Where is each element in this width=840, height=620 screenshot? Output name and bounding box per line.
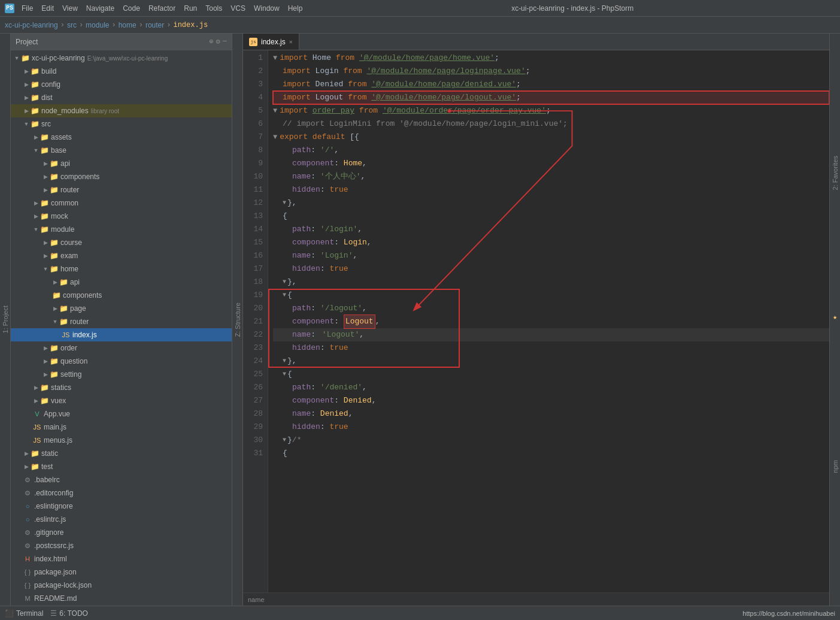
panel-label-structure[interactable]: Z: Structure: [232, 34, 243, 606]
json-icon: { }: [23, 568, 32, 576]
tree-item-package-lock[interactable]: { } package-lock.json: [11, 579, 232, 592]
tree-label: xc-ui-pc-leanring: [32, 54, 85, 62]
tree-item-build[interactable]: ▶ 📁 build: [11, 65, 232, 78]
breadcrumb-src[interactable]: src: [67, 21, 77, 29]
menu-refactor[interactable]: Refactor: [145, 3, 179, 14]
tree-item-assets[interactable]: ▶ 📁 assets: [11, 131, 232, 144]
tree-item-index-js[interactable]: JS index.js: [11, 328, 232, 341]
title-bar: PS File Edit View Navigate Code Refactor…: [0, 0, 840, 17]
tree-item-babelrc[interactable]: ⚙ .babelrc: [11, 473, 232, 486]
folder-icon: 📁: [40, 133, 49, 141]
tree-item-index-html[interactable]: H index.html: [11, 552, 232, 565]
tab-close-button[interactable]: ✕: [289, 38, 293, 46]
tree-item-menus-js[interactable]: JS menus.js: [11, 434, 232, 447]
breadcrumb-home[interactable]: home: [119, 21, 137, 29]
tree-item-home[interactable]: ▼ 📁 home: [11, 262, 232, 276]
favorites-label-container[interactable]: 2: Favorites: [832, 34, 839, 313]
main-area: 1: Project Project ⊕ ⚙ — ▼ 📁 xc-ui-pc-le…: [0, 34, 840, 606]
editor-tab-bar[interactable]: js index.js ✕: [243, 34, 829, 50]
minimize-icon[interactable]: —: [223, 37, 227, 46]
tree-item-test[interactable]: ▶ 📁 test: [11, 460, 232, 473]
right-panel[interactable]: 2: Favorites ★ npm: [829, 34, 840, 606]
tree-item-readme[interactable]: M README.md: [11, 592, 232, 605]
breadcrumb-router[interactable]: router: [145, 21, 164, 29]
menu-tools[interactable]: Tools: [202, 3, 226, 14]
js-icon: JS: [32, 436, 42, 444]
tree-item-vuex[interactable]: ▶ 📁 vuex: [11, 394, 232, 407]
panel-label-project[interactable]: 1: Project: [0, 34, 11, 606]
tree-item-common[interactable]: ▶ 📁 common: [11, 196, 232, 210]
tree-item-config[interactable]: ▶ 📁 config: [11, 78, 232, 91]
tree-item-eslintrc[interactable]: ○ .eslintrc.js: [11, 513, 232, 526]
code-line-1: ▼import Home from '@/module/home/page/ho…: [273, 52, 829, 65]
code-line-13: {: [273, 210, 829, 223]
npm-panel-label[interactable]: npm: [832, 460, 839, 473]
menu-run[interactable]: Run: [180, 3, 201, 14]
code-line-20: path: '/logout',: [273, 302, 829, 315]
window-title: xc-ui-pc-leanring - index.js - PhpStorm: [310, 4, 835, 13]
breadcrumb-module[interactable]: module: [86, 21, 109, 29]
todo-button[interactable]: ☰ 6: TODO: [50, 609, 88, 618]
menu-code[interactable]: Code: [119, 3, 144, 14]
breadcrumb-project[interactable]: xc-ui-pc-leanring: [5, 21, 58, 29]
tree-item-base-api[interactable]: ▶ 📁 api: [11, 157, 232, 170]
menu-help[interactable]: Help: [284, 3, 307, 14]
tree-item-setting[interactable]: ▶ 📁 setting: [11, 368, 232, 381]
project-panel-label[interactable]: 1: Project: [2, 306, 9, 333]
tree-item-base-components[interactable]: ▶ 📁 components: [11, 170, 232, 183]
tree-item-eslintignore[interactable]: ○ .eslintignore: [11, 500, 232, 513]
settings-icon[interactable]: ⚙: [216, 37, 220, 46]
tab-index-js[interactable]: js index.js ✕: [243, 34, 299, 50]
project-header-actions[interactable]: ⊕ ⚙ —: [209, 37, 227, 46]
tree-item-base-router[interactable]: ▶ 📁 router: [11, 183, 232, 196]
tree-item-node-modules[interactable]: ▶ 📁 node_modules library root: [11, 104, 232, 117]
menu-edit[interactable]: Edit: [38, 3, 57, 14]
menu-file[interactable]: File: [18, 3, 37, 14]
tree-item-package-json[interactable]: { } package.json: [11, 565, 232, 579]
status-url: https://blog.csdn.net/minihuabei: [742, 610, 835, 617]
code-line-26: path: '/denied',: [273, 381, 829, 394]
folder-icon: 📁: [40, 225, 49, 234]
tree-item-home-router[interactable]: ▼ 📁 router: [11, 315, 232, 328]
tree-item-home-page[interactable]: ▶ 📁 page: [11, 302, 232, 315]
terminal-button[interactable]: ⬛ Terminal: [5, 609, 43, 618]
npm-label-container[interactable]: npm: [832, 327, 839, 606]
tree-item-module[interactable]: ▼ 📁 module: [11, 223, 232, 236]
status-left[interactable]: ⬛ Terminal ☰ 6: TODO: [5, 609, 88, 618]
menu-bar[interactable]: File Edit View Navigate Code Refactor Ru…: [18, 3, 306, 14]
tree-item-main-js[interactable]: JS main.js: [11, 421, 232, 434]
tree-item-exam[interactable]: ▶ 📁 exam: [11, 249, 232, 262]
code-content[interactable]: 1 2 3 4 5 6 7 8 9 10 11 12 13 14 15 16 1…: [243, 50, 829, 592]
folder-icon: 📁: [30, 107, 40, 115]
tree-item-question[interactable]: ▶ 📁 question: [11, 355, 232, 368]
code-line-30: ▼}/*: [273, 434, 829, 447]
tree-item-statics[interactable]: ▶ 📁 statics: [11, 381, 232, 394]
folder-icon: 📁: [49, 186, 59, 194]
folder-icon: 📁: [59, 304, 68, 313]
tree-item-postcssrc[interactable]: ⚙ .postcssrc.js: [11, 539, 232, 552]
tree-item-mock[interactable]: ▶ 📁 mock: [11, 210, 232, 223]
tree-item-root[interactable]: ▼ 📁 xc-ui-pc-leanring E:\java_www\xc-ui-…: [11, 52, 232, 65]
menu-vcs[interactable]: VCS: [227, 3, 249, 14]
file-tree[interactable]: ▼ 📁 xc-ui-pc-leanring E:\java_www\xc-ui-…: [11, 50, 232, 606]
tree-item-order[interactable]: ▶ 📁 order: [11, 341, 232, 355]
favorites-panel-label[interactable]: 2: Favorites: [832, 156, 839, 190]
tree-item-static[interactable]: ▶ 📁 static: [11, 447, 232, 460]
code-line-22[interactable]: name: 'Logout',: [273, 328, 829, 341]
structure-panel-label[interactable]: Z: Structure: [234, 303, 241, 337]
tree-item-editorconfig[interactable]: ⚙ .editorconfig: [11, 486, 232, 500]
menu-navigate[interactable]: Navigate: [83, 3, 118, 14]
tree-item-home-api[interactable]: ▶ 📁 api: [11, 276, 232, 289]
tree-item-src[interactable]: ▼ 📁 src: [11, 117, 232, 131]
tree-item-home-components[interactable]: 📁 components: [11, 289, 232, 302]
tree-item-app-vue[interactable]: V App.vue: [11, 407, 232, 421]
tree-item-base[interactable]: ▼ 📁 base: [11, 144, 232, 157]
code-line-23: hidden: true: [273, 341, 829, 355]
menu-view[interactable]: View: [59, 3, 81, 14]
sync-icon[interactable]: ⊕: [209, 37, 213, 46]
tree-item-dist[interactable]: ▶ 📁 dist: [11, 91, 232, 104]
menu-window[interactable]: Window: [250, 3, 283, 14]
code-lines-container[interactable]: ▼import Home from '@/module/home/page/ho…: [268, 50, 829, 592]
tree-item-gitignore[interactable]: ⚙ .gitignore: [11, 526, 232, 539]
tree-item-course[interactable]: ▶ 📁 course: [11, 236, 232, 249]
